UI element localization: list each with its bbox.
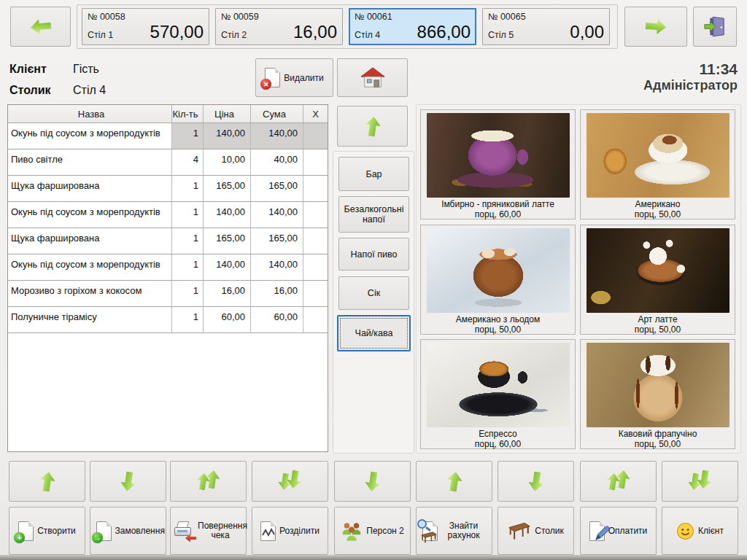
- double-arrow-down-icon: [687, 470, 713, 493]
- order-table-name: Стіл 5: [488, 30, 514, 40]
- delete-item-button[interactable]: Видалити: [255, 58, 333, 97]
- products-page-down-button[interactable]: [662, 461, 738, 502]
- product-card[interactable]: Імбирно - пряниковий латте порц, 60,00: [420, 109, 576, 219]
- status-clock: 11:34 Адміністратор: [643, 61, 738, 93]
- pay-button[interactable]: Оплатити: [580, 507, 657, 555]
- document-search-icon: [422, 521, 438, 541]
- action-label: Створити: [37, 526, 76, 536]
- order-page-up-button[interactable]: [170, 461, 247, 502]
- table-select-button[interactable]: Столик: [498, 507, 574, 555]
- arrow-down-icon: [363, 470, 382, 492]
- table-row[interactable]: Окунь під соусом з морепродуктів 1 140,0…: [8, 254, 328, 281]
- item-sum: 140,00: [251, 254, 303, 280]
- category-bar[interactable]: Бар: [338, 157, 409, 191]
- arrow-down-icon: [119, 470, 138, 492]
- return-receipt-button[interactable]: Повернення чека: [170, 507, 247, 555]
- order-number: № 00065: [488, 12, 604, 22]
- product-name: Арт латте: [581, 314, 735, 324]
- product-name: Американо: [581, 199, 735, 209]
- order-tab-3-selected[interactable]: № 00061 Стіл 4 866,00: [349, 8, 476, 45]
- item-qty: 1: [172, 123, 204, 149]
- document-arrow-icon: [96, 521, 112, 541]
- split-order-button[interactable]: Розділити: [252, 507, 328, 555]
- magnifier-icon: [417, 519, 427, 529]
- product-name: Американо з льодом: [421, 314, 575, 324]
- table-row[interactable]: Окунь під соусом з морепродуктів 1 140,0…: [8, 202, 328, 228]
- find-bill-button[interactable]: Знайти рахунок: [416, 507, 492, 555]
- persons-button[interactable]: Персон 2: [334, 507, 411, 555]
- table-row[interactable]: Щука фарширована 1 165,00 165,00: [8, 228, 328, 254]
- arrow-up-icon: [363, 115, 382, 137]
- order-tab-2[interactable]: № 00059 Стіл 2 16,00: [215, 8, 343, 45]
- table-row[interactable]: Полуничне тірамісу 1 60,00 60,00: [8, 307, 328, 333]
- column-header-x: X: [303, 105, 328, 122]
- arrow-right-icon: [645, 18, 667, 36]
- order-tab-1[interactable]: № 00058 Стіл 1 570,00: [82, 8, 209, 45]
- order-tab-4[interactable]: № 00065 Стіл 5 0,00: [482, 8, 610, 45]
- create-order-button[interactable]: Створити: [9, 507, 85, 555]
- order-button[interactable]: Замовлення: [90, 507, 166, 555]
- item-sum: 140,00: [251, 123, 303, 149]
- pen-icon: [595, 525, 611, 541]
- products-scroll-down-button[interactable]: [498, 461, 574, 502]
- product-image: [427, 343, 570, 427]
- category-beer[interactable]: Напої пиво: [338, 238, 409, 271]
- action-label: Повернення чека: [198, 521, 243, 540]
- category-soft-drinks[interactable]: Безалкогольні напої: [338, 196, 409, 233]
- product-price: порц, 50,00: [581, 209, 735, 219]
- product-image: [587, 228, 729, 313]
- item-qty: 1: [172, 254, 204, 280]
- table-row[interactable]: Морозиво з горіхом з кокосом 1 16,00 16,…: [8, 281, 328, 307]
- client-button[interactable]: Клієнт: [662, 507, 738, 555]
- item-sum: 16,00: [251, 281, 303, 306]
- column-header-qty: Кіл-ть: [172, 105, 204, 122]
- item-sum: 140,00: [251, 202, 303, 228]
- home-button[interactable]: [337, 58, 408, 97]
- item-name: Полуничне тірамісу: [8, 307, 172, 332]
- double-arrow-up-icon: [605, 470, 632, 493]
- order-amount: 570,00: [150, 22, 204, 42]
- product-card[interactable]: Еспрессо порц, 60,00: [420, 339, 576, 449]
- order-tabs-strip: № 00058 Стіл 1 570,00 № 00059 Стіл 2 16,…: [77, 4, 618, 49]
- product-card[interactable]: Арт латте порц, 50,00: [580, 225, 735, 335]
- document-plus-icon: [18, 521, 34, 541]
- client-value: Гість: [73, 63, 99, 76]
- item-price: 165,00: [204, 176, 251, 201]
- category-tea-coffee-selected[interactable]: Чай/кава: [337, 315, 411, 351]
- table-row[interactable]: Пиво світле 4 10,00 40,00: [8, 149, 328, 176]
- action-label: Столик: [535, 526, 563, 536]
- action-label: Оплатити: [608, 526, 648, 536]
- category-juice[interactable]: Сік: [338, 276, 409, 310]
- window-bottom-edge: [0, 555, 747, 560]
- order-scroll-down-button[interactable]: [90, 461, 166, 502]
- item-name: Щука фарширована: [8, 228, 172, 254]
- order-amount: 16,00: [293, 22, 337, 42]
- item-name: Морозиво з горіхом з кокосом: [8, 281, 172, 306]
- printer-return-icon: [174, 521, 194, 541]
- order-number: № 00059: [221, 12, 337, 22]
- product-card[interactable]: Американо з льодом порц, 50,00: [420, 225, 576, 335]
- previous-orders-button[interactable]: [10, 7, 71, 47]
- item-name: Окунь під соусом з морепродуктів: [8, 123, 172, 149]
- table-row[interactable]: Окунь під соусом з морепродуктів 1 140,0…: [8, 123, 328, 149]
- product-image: [587, 343, 729, 427]
- categories-down-button[interactable]: [334, 461, 411, 502]
- house-icon: [359, 66, 387, 90]
- next-orders-button[interactable]: [624, 7, 687, 47]
- products-page-up-button[interactable]: [580, 461, 657, 502]
- double-arrow-up-icon: [196, 470, 222, 493]
- action-label: Знайти рахунок: [441, 521, 487, 540]
- order-table-name: Стіл 4: [355, 30, 380, 40]
- product-card[interactable]: Кавовий фрапучіно порц, 50,00: [580, 339, 735, 449]
- category-panel: Бар Безалкогольні напої Напої пиво Сік Ч…: [333, 151, 414, 454]
- products-scroll-up-button[interactable]: [416, 461, 492, 502]
- order-page-down-button[interactable]: [252, 461, 328, 502]
- order-scroll-up-button[interactable]: [9, 461, 85, 502]
- item-x-cell: [303, 123, 328, 149]
- exit-button[interactable]: [693, 7, 737, 47]
- categories-up-button[interactable]: [337, 106, 408, 147]
- arrow-left-icon: [29, 18, 51, 36]
- table-row[interactable]: Щука фарширована 1 165,00 165,00: [8, 176, 328, 202]
- item-x-cell: [303, 202, 328, 228]
- product-card[interactable]: Американо порц, 50,00: [580, 109, 735, 219]
